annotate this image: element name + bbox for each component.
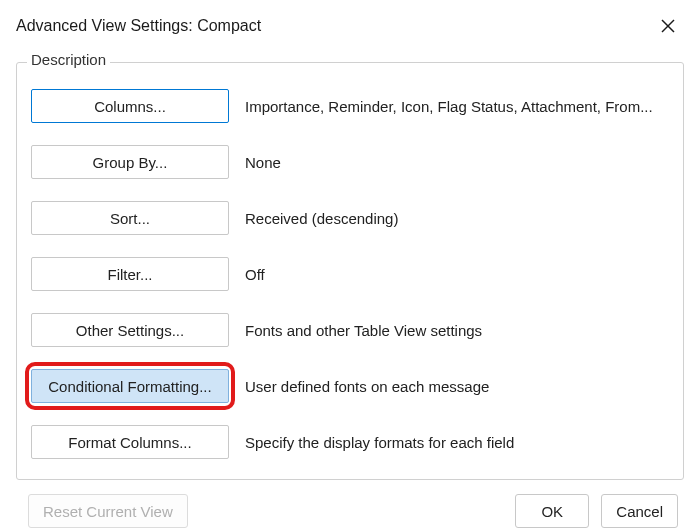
groupbox-label: Description [27,51,110,68]
conditional-formatting-description: User defined fonts on each message [245,378,489,395]
description-groupbox: Description Columns... Importance, Remin… [16,62,684,480]
close-icon [661,19,675,33]
row-other-settings: Other Settings... Fonts and other Table … [31,313,669,347]
row-filter: Filter... Off [31,257,669,291]
dialog-footer: Reset Current View OK Cancel [6,480,694,528]
columns-description: Importance, Reminder, Icon, Flag Status,… [245,98,653,115]
titlebar: Advanced View Settings: Compact [6,4,694,44]
sort-description: Received (descending) [245,210,398,227]
row-format-columns: Format Columns... Specify the display fo… [31,425,669,459]
group-by-button[interactable]: Group By... [31,145,229,179]
close-button[interactable] [648,10,688,42]
sort-button[interactable]: Sort... [31,201,229,235]
other-settings-description: Fonts and other Table View settings [245,322,482,339]
format-columns-button[interactable]: Format Columns... [31,425,229,459]
reset-current-view-button[interactable]: Reset Current View [28,494,188,528]
row-group-by: Group By... None [31,145,669,179]
other-settings-button[interactable]: Other Settings... [31,313,229,347]
conditional-formatting-button[interactable]: Conditional Formatting... [31,369,229,403]
row-sort: Sort... Received (descending) [31,201,669,235]
format-columns-description: Specify the display formats for each fie… [245,434,514,451]
filter-button[interactable]: Filter... [31,257,229,291]
dialog-title: Advanced View Settings: Compact [16,17,261,35]
row-columns: Columns... Importance, Reminder, Icon, F… [31,89,669,123]
row-conditional-formatting: Conditional Formatting... User defined f… [31,369,669,403]
columns-button[interactable]: Columns... [31,89,229,123]
advanced-view-settings-dialog: Advanced View Settings: Compact Descript… [0,0,700,531]
ok-button[interactable]: OK [515,494,589,528]
group-by-description: None [245,154,281,171]
filter-description: Off [245,266,265,283]
cancel-button[interactable]: Cancel [601,494,678,528]
